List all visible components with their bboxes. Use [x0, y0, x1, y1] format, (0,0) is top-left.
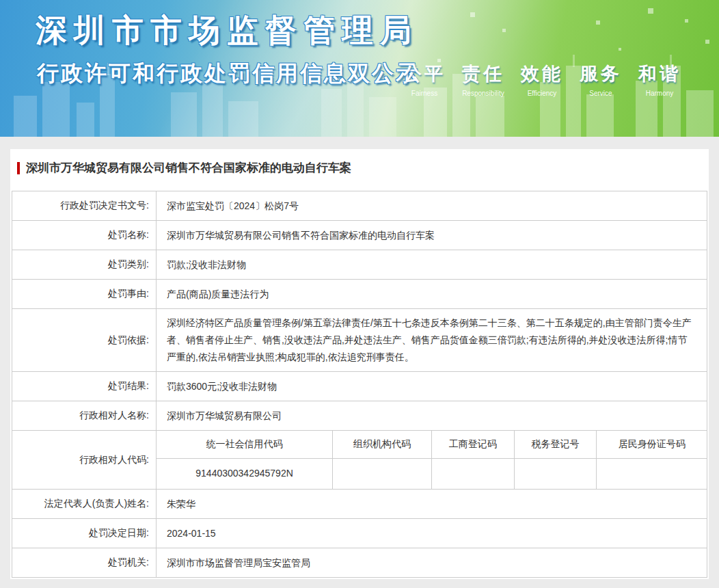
slogan-cn: 和谐 — [638, 62, 681, 86]
row-label: 行政相对人代码: — [12, 431, 157, 490]
table-row-legal-representative: 法定代表人(负责人)姓名: 朱荣华 — [12, 490, 707, 519]
code-header-business: 工商登记码 — [431, 431, 514, 458]
code-header-org: 组织机构代码 — [333, 431, 432, 458]
slogan-cn: 效能 — [521, 62, 563, 86]
codes-value-row: 91440300342945792N — [157, 458, 707, 489]
row-value: 朱荣华 — [157, 490, 707, 519]
row-value: 罚款;没收非法财物 — [157, 250, 707, 280]
row-value: 深圳市万华城贸易有限公司 — [157, 401, 707, 431]
table-row-penalty-reason: 处罚事由: 产品(商品)质量违法行为 — [12, 280, 707, 309]
penalty-info-table: 行政处罚决定书文号: 深市监宝处罚〔2024〕松岗7号 处罚名称: 深圳市万华城… — [12, 191, 707, 578]
table-row-penalty-type: 处罚类别: 罚款;没收非法财物 — [12, 250, 707, 280]
code-header-id: 居民身份证号码 — [597, 431, 707, 458]
row-value: 2024-01-15 — [157, 519, 707, 548]
slogan-item: 和谐 Harmony — [638, 62, 681, 97]
slogan-item: 责任 Responsibility — [462, 62, 504, 97]
slogan-item: 公平 Fairness — [403, 62, 446, 97]
party-codes-table: 统一社会信用代码 组织机构代码 工商登记码 税务登记号 居民身份证号码 9144… — [157, 431, 707, 489]
row-label: 法定代表人(负责人)姓名: — [12, 490, 157, 519]
codes-header-row: 统一社会信用代码 组织机构代码 工商登记码 税务登记号 居民身份证号码 — [157, 431, 707, 458]
table-row-decision-date: 处罚决定日期: 2024-01-15 — [12, 519, 707, 548]
table-row-party-codes: 行政相对人代码: 统一社会信用代码 组织机构代码 工商登记码 税务登记号 — [12, 431, 707, 490]
row-label: 处罚机关: — [12, 548, 157, 578]
row-label: 行政处罚决定书文号: — [12, 191, 157, 221]
row-value: 罚款3600元;没收非法财物 — [157, 372, 707, 401]
slogan-en: Responsibility — [462, 90, 504, 97]
row-label: 处罚类别: — [12, 250, 157, 280]
party-codes-cell: 统一社会信用代码 组织机构代码 工商登记码 税务登记号 居民身份证号码 9144… — [157, 431, 707, 490]
table-row-party-name: 行政相对人名称: 深圳市万华城贸易有限公司 — [12, 401, 707, 431]
row-value: 深圳市市场监督管理局宝安监管局 — [157, 548, 707, 578]
slogan-en: Service — [589, 90, 612, 97]
code-value-tax — [514, 458, 597, 489]
row-label: 处罚结果: — [12, 372, 157, 401]
code-value-business — [431, 458, 514, 489]
row-label: 处罚决定日期: — [12, 519, 157, 548]
code-header-credit: 统一社会信用代码 — [157, 431, 333, 458]
row-label: 处罚事由: — [12, 280, 157, 309]
slogan-cn: 服务 — [580, 62, 622, 86]
slogan-cn: 责任 — [462, 62, 504, 86]
row-value: 深圳经济特区产品质量管理条例/第五章法律责任/第五十七条违反本条例第二十三条、第… — [157, 309, 707, 372]
slogan-strip: 公平 Fairness 责任 Responsibility 效能 Efficie… — [403, 62, 681, 97]
row-value: 产品(商品)质量违法行为 — [157, 280, 707, 309]
row-label: 行政相对人名称: — [12, 401, 157, 431]
page-title: 深圳市万华城贸易有限公司销售不符合国家标准的电动自行车案 — [26, 160, 351, 176]
code-value-org — [333, 458, 432, 489]
slogan-item: 效能 Efficiency — [521, 62, 563, 97]
site-subtitle: 行政许可和行政处罚信用信息双公示 — [37, 59, 420, 89]
slogan-cn: 公平 — [403, 62, 446, 86]
table-row-penalty-basis: 处罚依据: 深圳经济特区产品质量管理条例/第五章法律责任/第五十七条违反本条例第… — [12, 309, 707, 372]
row-label: 处罚名称: — [12, 221, 157, 250]
title-accent-bar — [17, 162, 20, 174]
row-label: 处罚依据: — [12, 309, 157, 372]
row-value: 深市监宝处罚〔2024〕松岗7号 — [157, 191, 707, 221]
code-header-tax: 税务登记号 — [514, 431, 597, 458]
content-panel: 深圳市万华城贸易有限公司销售不符合国家标准的电动自行车案 行政处罚决定书文号: … — [10, 149, 709, 579]
slogan-en: Fairness — [411, 90, 437, 97]
site-banner: 深圳市市场监督管理局 行政许可和行政处罚信用信息双公示 公平 Fairness … — [0, 0, 719, 137]
slogan-item: 服务 Service — [580, 62, 622, 97]
page-title-row: 深圳市万华城贸易有限公司销售不符合国家标准的电动自行车案 — [12, 160, 707, 176]
table-row-penalty-name: 处罚名称: 深圳市万华城贸易有限公司销售不符合国家标准的电动自行车案 — [12, 221, 707, 250]
site-title: 深圳市市场监督管理局 — [36, 10, 418, 52]
code-value-credit: 91440300342945792N — [157, 458, 333, 489]
row-value: 深圳市万华城贸易有限公司销售不符合国家标准的电动自行车案 — [157, 221, 707, 250]
table-row-decision-number: 行政处罚决定书文号: 深市监宝处罚〔2024〕松岗7号 — [12, 191, 707, 221]
code-value-id — [597, 458, 707, 489]
table-row-penalty-result: 处罚结果: 罚款3600元;没收非法财物 — [12, 372, 707, 401]
table-row-penalty-authority: 处罚机关: 深圳市市场监督管理局宝安监管局 — [12, 548, 707, 578]
slogan-en: Efficiency — [528, 90, 557, 97]
slogan-en: Harmony — [646, 90, 674, 97]
